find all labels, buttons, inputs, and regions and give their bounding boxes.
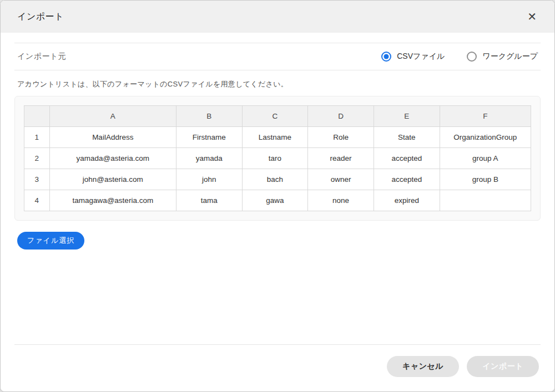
table-cell: Firstname bbox=[176, 127, 242, 148]
table-cell: group B bbox=[440, 169, 531, 190]
import-source-radio-group: CSVファイル ワークグループ bbox=[381, 52, 538, 62]
table-row: 2 yamada@asteria.com yamada taro reader … bbox=[24, 148, 531, 169]
radio-option-csv-file[interactable]: CSVファイル bbox=[381, 52, 445, 62]
column-header-c: C bbox=[242, 106, 308, 127]
dialog-footer: キャンセル インポート bbox=[14, 344, 541, 391]
table-row: 4 tamagawa@asteria.com tama gawa none ex… bbox=[24, 190, 531, 211]
row-number: 4 bbox=[24, 190, 50, 211]
table-cell: gawa bbox=[242, 190, 308, 211]
table-row: 3 john@asteria.com john bach owner accep… bbox=[24, 169, 531, 190]
table-cell: bach bbox=[242, 169, 308, 190]
page-title: インポート bbox=[17, 11, 64, 23]
table-cell: Role bbox=[308, 127, 374, 148]
table-cell: MailAddress bbox=[49, 127, 176, 148]
close-button[interactable]: ✕ bbox=[525, 9, 539, 24]
import-dialog: インポート ✕ インポート元 CSVファイル ワークグループ アカウントリストは… bbox=[0, 0, 555, 392]
column-header-f: F bbox=[440, 106, 531, 127]
file-select-button[interactable]: ファイル選択 bbox=[17, 232, 84, 250]
table-cell: expired bbox=[374, 190, 440, 211]
table-cell: reader bbox=[308, 148, 374, 169]
row-number: 1 bbox=[24, 127, 50, 148]
table-cell: State bbox=[374, 127, 440, 148]
radio-label-csv-file: CSVファイル bbox=[397, 52, 445, 62]
column-header-row: A B C D E F bbox=[24, 106, 531, 127]
table-cell: Lastname bbox=[242, 127, 308, 148]
table-cell: taro bbox=[242, 148, 308, 169]
import-button[interactable]: インポート bbox=[467, 356, 539, 377]
dialog-header: インポート ✕ bbox=[1, 1, 554, 33]
import-source-row: インポート元 CSVファイル ワークグループ bbox=[14, 43, 541, 70]
table-cell bbox=[440, 190, 531, 211]
table-cell: none bbox=[308, 190, 374, 211]
table-cell: yamada@asteria.com bbox=[49, 148, 176, 169]
row-number: 2 bbox=[24, 148, 50, 169]
table-cell: yamada bbox=[176, 148, 242, 169]
table-cell: OrganizationGroup bbox=[440, 127, 531, 148]
import-source-label: インポート元 bbox=[17, 52, 66, 62]
column-header-d: D bbox=[308, 106, 374, 127]
column-header-a: A bbox=[49, 106, 176, 127]
table-cell: tama bbox=[176, 190, 242, 211]
table-cell: john bbox=[176, 169, 242, 190]
instruction-text: アカウントリストは、以下のフォーマットのCSVファイルを用意してください。 bbox=[14, 70, 541, 96]
table-cell: group A bbox=[440, 148, 531, 169]
csv-format-panel: A B C D E F 1 MailAddress Firstname Last… bbox=[14, 96, 541, 221]
corner-cell bbox=[24, 106, 50, 127]
table-cell: owner bbox=[308, 169, 374, 190]
radio-option-workgroup[interactable]: ワークグループ bbox=[467, 52, 538, 62]
table-cell: accepted bbox=[374, 148, 440, 169]
csv-format-table: A B C D E F 1 MailAddress Firstname Last… bbox=[24, 105, 531, 211]
close-icon: ✕ bbox=[527, 11, 537, 23]
radio-unselected-icon bbox=[467, 52, 477, 62]
table-cell: tamagawa@asteria.com bbox=[49, 190, 176, 211]
radio-selected-icon bbox=[381, 52, 391, 62]
cancel-button[interactable]: キャンセル bbox=[387, 356, 459, 377]
dialog-body: インポート元 CSVファイル ワークグループ アカウントリストは、以下のフォーマ… bbox=[1, 33, 554, 344]
row-number: 3 bbox=[24, 169, 50, 190]
radio-label-workgroup: ワークグループ bbox=[482, 52, 538, 62]
table-row: 1 MailAddress Firstname Lastname Role St… bbox=[24, 127, 531, 148]
column-header-b: B bbox=[176, 106, 242, 127]
table-cell: john@asteria.com bbox=[49, 169, 176, 190]
column-header-e: E bbox=[374, 106, 440, 127]
table-cell: accepted bbox=[374, 169, 440, 190]
